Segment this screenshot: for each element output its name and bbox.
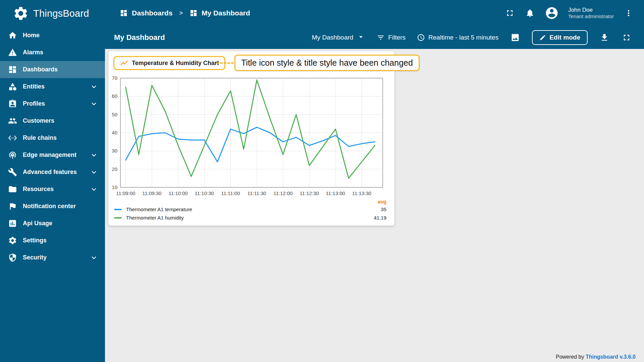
svg-text:11:11:00: 11:11:00 xyxy=(221,190,240,196)
sidebar-item-label: Customers xyxy=(23,117,98,124)
clock-icon xyxy=(417,34,425,42)
sidebar-item-label: Resources xyxy=(23,186,90,193)
dashboard-select-value: My Dashboard xyxy=(312,34,354,41)
edge-management-icon xyxy=(8,150,17,160)
chart-legend: avg Thermometer A1 temperature 35 Thermo… xyxy=(114,198,386,222)
sidebar-item-home[interactable]: Home xyxy=(0,27,105,44)
series-avg-value: 41.19 xyxy=(374,215,386,221)
thingsboard-version-link[interactable]: Thingsboard v.3.6.0 xyxy=(586,354,636,360)
user-role: Tenant administrator xyxy=(568,13,614,20)
download-button[interactable] xyxy=(599,32,610,43)
sidebar-item-customers[interactable]: Customers xyxy=(0,112,105,129)
widget-title-box[interactable]: Temperature & Humidity Chart xyxy=(113,56,225,70)
svg-text:60: 60 xyxy=(112,93,117,99)
home-icon xyxy=(8,31,17,40)
widget-title: Temperature & Humidity Chart xyxy=(132,60,219,67)
user-avatar[interactable] xyxy=(545,6,559,20)
dashboard-image-button[interactable] xyxy=(510,32,521,43)
dashboard-icon xyxy=(190,9,198,17)
timeseries-chart: 1020304050607011:09:0011:09:3011:10:0011… xyxy=(108,75,394,197)
sidebar-item-resources[interactable]: Resources xyxy=(0,181,105,198)
fullscreen-button[interactable] xyxy=(504,8,515,18)
toolbar-fullscreen-button[interactable] xyxy=(621,32,632,43)
advanced-features-icon xyxy=(8,168,17,177)
svg-text:50: 50 xyxy=(112,112,117,117)
header: Dashboards > My Dashboard xyxy=(105,0,644,26)
sidebar-item-label: Settings xyxy=(23,237,98,244)
sidebar-item-notification-center[interactable]: Notification center xyxy=(0,198,105,215)
sidebar-item-entities[interactable]: Entities xyxy=(0,78,105,95)
sidebar-item-alarms[interactable]: Alarms xyxy=(0,44,105,61)
sidebar-item-label: Advanced features xyxy=(23,169,90,176)
sidebar-item-label: Dashboards xyxy=(23,66,98,73)
svg-text:11:13:00: 11:13:00 xyxy=(326,190,345,196)
sidebar-item-advanced-features[interactable]: Advanced features xyxy=(0,164,105,181)
chevron-down-icon xyxy=(90,253,98,262)
legend-header: avg xyxy=(114,198,386,205)
header-actions: John Doe Tenant administrator xyxy=(504,6,634,20)
sidebar: ThingsBoard HomeAlarmsDashboardsEntities… xyxy=(0,0,105,362)
settings-icon xyxy=(8,236,17,245)
filters-button[interactable]: Filters xyxy=(377,34,406,42)
legend-avg-header: avg xyxy=(378,199,386,204)
sidebar-item-rule-chains[interactable]: Rule chains xyxy=(0,129,105,146)
timewindow-label: Realtime - last 5 minutes xyxy=(428,34,498,41)
image-icon xyxy=(511,33,520,42)
svg-text:11:09:00: 11:09:00 xyxy=(116,190,135,196)
edit-mode-button[interactable]: Edit mode xyxy=(532,30,588,45)
sidebar-item-label: Notification center xyxy=(23,203,98,210)
powered-by-footer: Powered by Thingsboard v.3.6.0 xyxy=(556,354,636,360)
notifications-button[interactable] xyxy=(525,8,535,18)
sidebar-item-label: Entities xyxy=(23,83,90,90)
alarms-icon xyxy=(8,48,17,57)
sidebar-item-security[interactable]: Security xyxy=(0,249,105,266)
breadcrumb-my-dashboard[interactable]: My Dashboard xyxy=(190,9,250,17)
timewindow-button[interactable]: Realtime - last 5 minutes xyxy=(417,34,498,42)
profiles-icon xyxy=(8,99,17,108)
bell-icon xyxy=(525,8,535,18)
svg-text:11:12:30: 11:12:30 xyxy=(300,190,319,196)
rule-chains-icon xyxy=(8,133,17,142)
sidebar-item-edge-management[interactable]: Edge management xyxy=(0,146,105,164)
fullscreen-icon xyxy=(622,33,631,42)
sidebar-item-label: Edge management xyxy=(23,152,90,159)
logo[interactable]: ThingsBoard xyxy=(0,0,105,27)
sidebar-item-api-usage[interactable]: Api Usage xyxy=(0,215,105,232)
user-info[interactable]: John Doe Tenant administrator xyxy=(568,6,614,20)
resources-icon xyxy=(8,185,17,194)
app-root: ThingsBoard HomeAlarmsDashboardsEntities… xyxy=(0,0,644,362)
edit-mode-label: Edit mode xyxy=(549,34,580,41)
sidebar-item-label: Alarms xyxy=(23,49,98,56)
page-title: My Dashboard xyxy=(114,33,165,42)
svg-text:11:10:00: 11:10:00 xyxy=(168,190,187,196)
dashboard-content: 1020304050607011:09:0011:09:3011:10:0011… xyxy=(105,49,644,362)
series-name: Thermometer A1 humidity xyxy=(126,215,374,221)
series-avg-value: 35 xyxy=(381,206,386,212)
main-column: Dashboards > My Dashboard xyxy=(105,0,644,362)
filters-label: Filters xyxy=(388,34,406,41)
chart-widget: 1020304050607011:09:0011:09:3011:10:0011… xyxy=(108,51,394,226)
svg-text:11:12:00: 11:12:00 xyxy=(273,190,292,196)
dashboards-icon xyxy=(8,65,17,74)
breadcrumb-separator: > xyxy=(177,10,185,17)
sidebar-item-label: Profiles xyxy=(23,100,90,107)
powered-by-text: Powered by xyxy=(556,354,584,360)
annotation-callout: Title icon style & title style have been… xyxy=(234,55,420,71)
sidebar-item-dashboards[interactable]: Dashboards xyxy=(0,61,105,78)
toolbar-actions: My Dashboard Filters Realtime - last 5 m… xyxy=(312,30,632,45)
filter-icon xyxy=(377,34,385,42)
svg-text:20: 20 xyxy=(112,166,117,172)
pencil-icon xyxy=(539,34,546,41)
chevron-down-icon xyxy=(90,185,98,194)
breadcrumb-dashboards[interactable]: Dashboards xyxy=(120,9,172,17)
legend-row-temperature[interactable]: Thermometer A1 temperature 35 xyxy=(114,205,386,214)
api-usage-icon xyxy=(8,219,17,228)
legend-row-humidity[interactable]: Thermometer A1 humidity 41.19 xyxy=(114,214,386,222)
sidebar-item-label: Rule chains xyxy=(23,134,98,141)
sidebar-item-profiles[interactable]: Profiles xyxy=(0,95,105,112)
sidebar-item-settings[interactable]: Settings xyxy=(0,232,105,249)
more-menu-button[interactable] xyxy=(623,8,634,18)
dashboard-select[interactable]: My Dashboard xyxy=(312,33,366,43)
security-icon xyxy=(8,253,17,262)
more-vert-icon xyxy=(624,8,633,18)
